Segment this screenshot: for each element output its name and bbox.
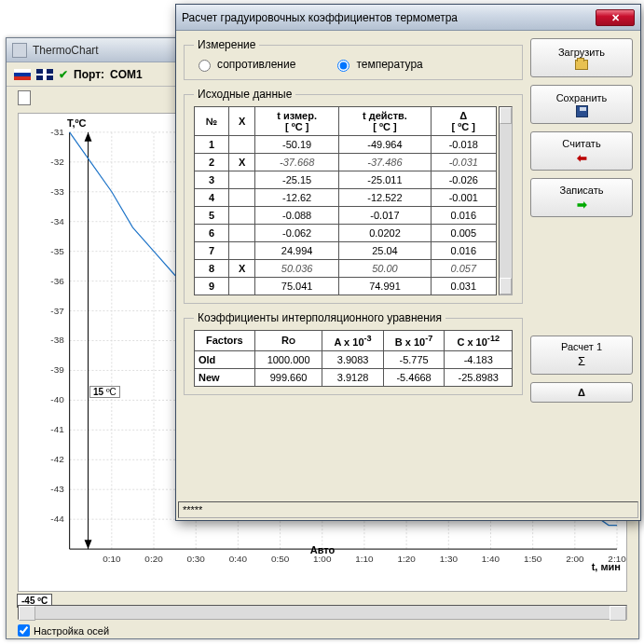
delta-button[interactable]: Δ xyxy=(530,382,633,403)
app-icon xyxy=(12,43,27,58)
table-v-scrollbar[interactable] xyxy=(499,106,513,295)
coef-col-b: B x 10-7 xyxy=(383,331,445,351)
col-tact: t действ.[ ºC ] xyxy=(339,107,432,136)
port-value: COM1 xyxy=(110,68,143,81)
svg-text:0:30: 0:30 xyxy=(187,554,206,564)
status-bar: ***** xyxy=(178,501,638,518)
svg-text:-44: -44 xyxy=(50,514,64,524)
axis-settings-label: Настройка осей xyxy=(34,625,109,637)
svg-text:-34: -34 xyxy=(50,216,64,226)
port-label: Порт: xyxy=(74,68,104,81)
table-row[interactable]: 1-50.19-49.964-0.018 xyxy=(195,136,497,154)
close-button[interactable]: ✕ xyxy=(596,9,635,26)
dialog-title: Расчет градуировочных коэффициентов терм… xyxy=(182,11,458,24)
svg-text:-31: -31 xyxy=(50,127,64,137)
app-title: ThermoChart xyxy=(33,44,99,57)
temperature-radio[interactable] xyxy=(337,60,349,72)
source-data-legend: Исходные данные xyxy=(194,88,295,101)
arrow-left-icon: ⬅ xyxy=(577,151,587,165)
coef-col-r0: RO xyxy=(254,331,322,351)
svg-text:-40: -40 xyxy=(50,394,64,404)
table-row: New999.6603.9128-5.4668-25.8983 xyxy=(195,368,513,386)
svg-text:-42: -42 xyxy=(50,454,64,464)
svg-text:-41: -41 xyxy=(50,424,64,434)
x-axis-label: t, мин xyxy=(592,561,621,572)
table-row[interactable]: 4-12.62-12.522-0.001 xyxy=(195,189,497,207)
svg-marker-30 xyxy=(85,132,92,142)
svg-text:-33: -33 xyxy=(50,186,64,197)
svg-text:0:20: 0:20 xyxy=(144,554,163,564)
cursor-unit: ºC xyxy=(106,387,116,397)
measurement-group: Измерение сопротивление температура xyxy=(184,38,523,80)
col-delta: Δ[ ºC ] xyxy=(431,107,496,136)
cursor-value: 15 xyxy=(93,387,103,397)
table-row[interactable]: 6-0.0620.02020.005 xyxy=(195,225,497,242)
chart-footer xyxy=(18,605,627,620)
calibration-dialog: Расчет градуировочных коэффициентов терм… xyxy=(175,4,641,521)
read-button[interactable]: Считать ⬅ xyxy=(530,131,633,171)
svg-text:0:10: 0:10 xyxy=(103,554,121,564)
svg-text:1:50: 1:50 xyxy=(524,554,542,564)
coef-col-c: C x 10-12 xyxy=(445,331,513,351)
table-row[interactable]: 8X50.03650.000.057 xyxy=(195,260,497,278)
temperature-option[interactable]: температура xyxy=(333,57,422,72)
axis-settings-row: Настройка осей xyxy=(18,624,109,637)
dialog-titlebar[interactable]: Расчет градуировочных коэффициентов терм… xyxy=(176,5,640,31)
coefficients-table: Factors RO A x 10-3 B x 10-7 C x 10-12 O… xyxy=(194,330,513,387)
coef-col-a: A x 10-3 xyxy=(322,331,383,351)
svg-text:-35: -35 xyxy=(50,246,64,256)
svg-text:0:50: 0:50 xyxy=(271,554,290,564)
table-row: Old1000.0003.9083-5.775-4.183 xyxy=(195,350,513,368)
resistance-radio[interactable] xyxy=(199,60,211,72)
document-icon[interactable] xyxy=(18,90,31,105)
resistance-option[interactable]: сопротивление xyxy=(194,57,295,72)
svg-text:0:40: 0:40 xyxy=(229,554,248,564)
table-row[interactable]: 5-0.088-0.0170.016 xyxy=(195,207,497,225)
coefficients-group: Коэффициенты интерполяционного уравнения… xyxy=(184,311,523,395)
svg-text:1:20: 1:20 xyxy=(397,554,416,564)
folder-icon xyxy=(575,60,588,70)
svg-text:-32: -32 xyxy=(50,157,64,167)
cursor-readout: 15 ºC xyxy=(89,386,120,398)
auto-label: Авто xyxy=(310,544,336,555)
svg-text:1:30: 1:30 xyxy=(440,554,459,564)
svg-marker-31 xyxy=(85,540,92,549)
source-data-group: Исходные данные № X t измер.[ ºC ] t дей… xyxy=(184,88,523,304)
svg-text:-43: -43 xyxy=(50,484,64,494)
table-row[interactable]: 3-25.15-25.011-0.026 xyxy=(195,171,497,189)
coef-col-factors: Factors xyxy=(195,331,255,351)
load-button[interactable]: Загрузить xyxy=(530,38,633,77)
axis-settings-checkbox[interactable] xyxy=(18,624,30,637)
col-tmeas: t измер.[ ºC ] xyxy=(255,107,339,136)
check-icon: ✔ xyxy=(59,68,68,81)
save-button[interactable]: Сохранить xyxy=(530,85,633,124)
svg-text:-38: -38 xyxy=(50,335,64,345)
col-x: X xyxy=(228,107,254,136)
sigma-icon: Σ xyxy=(578,354,585,368)
col-n: № xyxy=(195,107,229,136)
svg-text:-36: -36 xyxy=(50,276,64,286)
svg-text:1:40: 1:40 xyxy=(482,554,500,564)
table-row[interactable]: 724.99425.040.016 xyxy=(195,242,497,260)
h-scrollbar[interactable] xyxy=(18,605,627,620)
flag-uk-icon[interactable] xyxy=(36,69,53,80)
arrow-right-icon: ➡ xyxy=(577,198,587,212)
source-table[interactable]: № X t измер.[ ºC ] t действ.[ ºC ] Δ[ ºC… xyxy=(194,106,497,295)
table-row[interactable]: 975.04174.9910.031 xyxy=(195,278,497,295)
coefficients-legend: Коэффициенты интерполяционного уравнения xyxy=(194,311,445,324)
svg-text:1:10: 1:10 xyxy=(355,554,374,564)
calc-button[interactable]: Расчет 1 Σ xyxy=(530,336,633,375)
table-row[interactable]: 2X-37.668-37.486-0.031 xyxy=(195,154,497,171)
write-button[interactable]: Записать ➡ xyxy=(530,178,633,217)
measurement-legend: Измерение xyxy=(194,38,259,51)
svg-text:-37: -37 xyxy=(50,306,64,316)
svg-text:2:00: 2:00 xyxy=(566,554,584,564)
floppy-icon xyxy=(576,105,588,117)
svg-text:-39: -39 xyxy=(50,364,64,375)
flag-ru-icon[interactable] xyxy=(14,69,31,80)
